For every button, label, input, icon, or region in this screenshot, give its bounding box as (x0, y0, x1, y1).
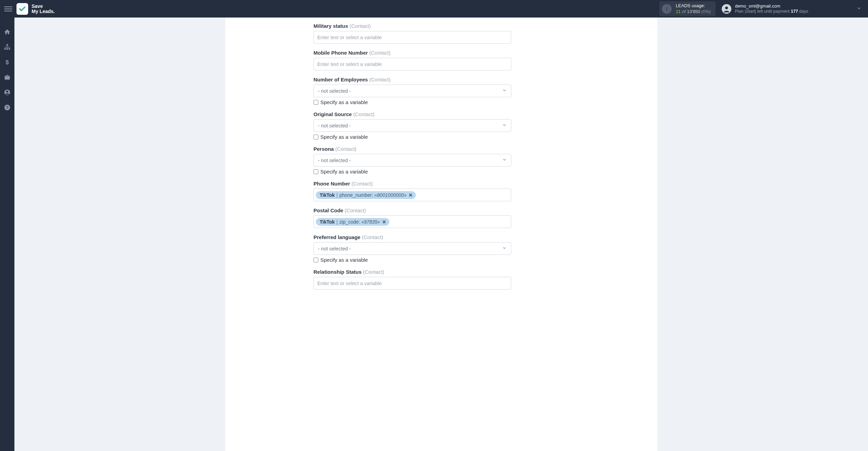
home-icon[interactable] (3, 28, 11, 36)
field-label: Postal Code (313, 207, 343, 213)
checkmark-icon (19, 5, 26, 13)
field-military-status: Military status (Contact) (313, 23, 511, 44)
user-icon[interactable] (3, 88, 11, 97)
field-label: Number of Employees (313, 77, 368, 82)
phone-number-input[interactable]: TikTok | phone_number: «8001000000» ✕ (313, 189, 511, 201)
preferred-language-select[interactable]: - not selected - (313, 242, 511, 255)
specify-variable-label: Specify as a variable (320, 257, 368, 263)
svg-text:?: ? (6, 105, 8, 110)
usage-counts: 21 of 13'850 (0%) (676, 9, 711, 14)
remove-token-icon[interactable]: ✕ (409, 192, 413, 198)
dollar-icon[interactable]: $ (3, 58, 11, 66)
mobile-phone-input[interactable] (313, 58, 511, 70)
field-hint: (Contact) (363, 269, 384, 275)
chevron-down-icon (502, 88, 507, 94)
svg-rect-2 (7, 44, 8, 46)
specify-variable-checkbox[interactable] (313, 258, 318, 262)
field-label: Relationship Status (313, 269, 362, 275)
brand-name: Save My Leads. (32, 4, 55, 14)
field-hint: (Contact) (350, 23, 371, 29)
field-hint: (Contact) (369, 50, 391, 56)
chevron-down-icon (502, 157, 507, 163)
svg-rect-8 (5, 76, 10, 77)
svg-rect-5 (9, 48, 10, 49)
specify-variable-row[interactable]: Specify as a variable (313, 134, 511, 140)
field-phone-number: Phone Number (Contact) TikTok | phone_nu… (313, 181, 511, 201)
user-email: demo_sml@gmail.com (735, 3, 808, 9)
field-mobile-phone: Mobile Phone Number (Contact) (313, 50, 511, 70)
menu-toggle-icon[interactable] (4, 5, 12, 13)
original-source-select[interactable]: - not selected - (313, 119, 511, 132)
field-hint: (Contact) (345, 207, 366, 213)
token-value: «97835» (361, 219, 380, 225)
field-original-source: Original Source (Contact) - not selected… (313, 111, 511, 140)
relationship-status-input[interactable] (313, 277, 511, 290)
variable-token[interactable]: TikTok | zip_code: «97835» ✕ (316, 218, 389, 226)
specify-variable-checkbox[interactable] (313, 100, 318, 105)
field-hint: (Contact) (335, 146, 356, 152)
field-postal-code: Postal Code (Contact) TikTok | zip_code:… (313, 207, 511, 228)
field-num-employees: Number of Employees (Contact) - not sele… (313, 77, 511, 105)
field-preferred-language: Preferred language (Contact) - not selec… (313, 234, 511, 263)
select-value: - not selected - (318, 246, 351, 251)
svg-rect-4 (7, 48, 8, 49)
briefcase-icon[interactable] (3, 73, 11, 81)
app-logo[interactable] (16, 3, 28, 15)
chevron-down-icon[interactable] (856, 5, 862, 12)
token-source: TikTok (320, 219, 335, 225)
select-value: - not selected - (318, 88, 351, 94)
select-value: - not selected - (318, 123, 351, 128)
token-key: zip_code: (339, 219, 360, 225)
field-label: Phone Number (313, 181, 350, 187)
plan-info: Plan |Start| left until payment 177 days (735, 9, 808, 14)
specify-variable-checkbox[interactable] (313, 135, 318, 139)
postal-code-input[interactable]: TikTok | zip_code: «97835» ✕ (313, 215, 511, 228)
svg-text:$: $ (5, 59, 9, 66)
field-label: Military status (313, 23, 348, 29)
field-label: Persona (313, 146, 334, 152)
info-icon: i (662, 4, 672, 14)
svg-point-1 (725, 7, 728, 9)
field-label: Original Source (313, 111, 352, 117)
field-persona: Persona (Contact) - not selected - Speci… (313, 146, 511, 174)
page-content: Military status (Contact) Mobile Phone N… (14, 18, 868, 451)
sitemap-icon[interactable] (3, 43, 11, 51)
persona-select[interactable]: - not selected - (313, 154, 511, 167)
chevron-down-icon (502, 123, 507, 128)
field-relationship-status: Relationship Status (Contact) (313, 269, 511, 290)
usage-widget[interactable]: i LEADS usage: 21 of 13'850 (0%) (659, 1, 716, 16)
svg-rect-3 (4, 48, 6, 49)
usage-label: LEADS usage: (676, 3, 711, 9)
variable-token[interactable]: TikTok | phone_number: «8001000000» ✕ (316, 191, 416, 199)
svg-point-10 (6, 91, 8, 93)
app-header: Save My Leads. i LEADS usage: 21 of 13'8… (0, 0, 868, 18)
form-panel: Military status (Contact) Mobile Phone N… (225, 18, 657, 451)
specify-variable-row[interactable]: Specify as a variable (313, 257, 511, 263)
field-hint: (Contact) (369, 77, 391, 82)
num-employees-select[interactable]: - not selected - (313, 84, 511, 97)
sidebar: $ ? (0, 18, 14, 451)
specify-variable-label: Specify as a variable (320, 134, 368, 140)
mapping-form: Military status (Contact) Mobile Phone N… (313, 23, 511, 290)
field-hint: (Contact) (353, 111, 375, 117)
help-icon[interactable]: ? (3, 103, 11, 112)
field-label: Mobile Phone Number (313, 50, 368, 56)
specify-variable-row[interactable]: Specify as a variable (313, 169, 511, 174)
specify-variable-label: Specify as a variable (320, 169, 368, 174)
field-hint: (Contact) (362, 234, 383, 240)
specify-variable-checkbox[interactable] (313, 169, 318, 174)
token-key: phone_number: (339, 192, 373, 198)
token-source: TikTok (320, 192, 335, 198)
user-menu[interactable]: demo_sml@gmail.com Plan |Start| left unt… (722, 3, 808, 14)
remove-token-icon[interactable]: ✕ (382, 219, 386, 225)
field-hint: (Contact) (352, 181, 373, 187)
token-value: «8001000000» (375, 192, 407, 198)
field-label: Preferred language (313, 234, 361, 240)
select-value: - not selected - (318, 158, 351, 163)
avatar-icon (722, 4, 731, 14)
military-status-input[interactable] (313, 31, 511, 44)
specify-variable-label: Specify as a variable (320, 99, 368, 105)
chevron-down-icon (502, 246, 507, 251)
specify-variable-row[interactable]: Specify as a variable (313, 99, 511, 105)
